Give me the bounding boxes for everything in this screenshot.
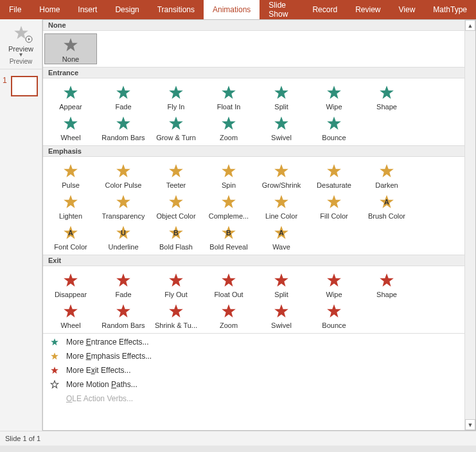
animation-boldflash[interactable]: BBold Flash (150, 221, 202, 252)
animation-split[interactable]: Split (255, 269, 308, 300)
animation-underline[interactable]: UUnderline (97, 221, 150, 252)
svg-marker-47 (327, 273, 341, 287)
star-icon (378, 84, 396, 102)
gallery-body: NoneNoneEntranceAppearFadeFly InFloat In… (43, 20, 464, 430)
slide-thumbnail[interactable] (11, 76, 38, 96)
scroll-up-icon[interactable]: ▲ (465, 20, 475, 31)
animation-pulse[interactable]: Pulse (44, 159, 97, 190)
star-icon: B (167, 224, 185, 242)
preview-star-icon (12, 23, 31, 42)
preview-group[interactable]: Preview ▾ Preview (0, 19, 42, 69)
star-icon (325, 302, 343, 320)
svg-marker-24 (64, 195, 78, 208)
animation-flyout[interactable]: Fly Out (150, 269, 202, 300)
more-motion[interactable]: More Motion Paths... (43, 377, 464, 392)
animation-bounce[interactable]: Bounce (308, 300, 360, 330)
svg-marker-8 (274, 86, 288, 99)
animation-growshrink[interactable]: Grow/Shrink (255, 159, 308, 190)
star-icon (167, 162, 185, 180)
star-icon (167, 271, 185, 289)
tab-home[interactable]: Home (30, 0, 69, 19)
animation-label: Darken (375, 181, 398, 189)
star-icon (62, 36, 80, 54)
animation-randombars[interactable]: Random Bars (97, 112, 150, 143)
animation-spin[interactable]: Spin (202, 159, 255, 190)
animation-colorpulse[interactable]: Color Pulse (97, 159, 150, 190)
tab-file[interactable]: File (0, 0, 30, 19)
animation-fade[interactable]: Fade (97, 81, 150, 112)
svg-marker-19 (169, 164, 183, 177)
animation-linecolor[interactable]: Line Color (255, 190, 308, 221)
star-icon (49, 393, 60, 404)
preview-section-label: Preview (10, 57, 33, 68)
animation-bounce[interactable]: Bounce (308, 112, 360, 143)
star-icon: A (378, 193, 396, 211)
star-icon (378, 271, 396, 289)
animation-shape[interactable]: Shape (360, 81, 413, 112)
animation-wave[interactable]: AWave (255, 221, 308, 252)
animation-darken[interactable]: Darken (360, 159, 413, 190)
tab-record[interactable]: Record (303, 0, 346, 19)
svg-marker-58 (51, 381, 58, 388)
more-exit[interactable]: More Exit Effects... (43, 363, 464, 377)
animation-appear[interactable]: Appear (44, 81, 97, 112)
animation-swivel[interactable]: Swivel (255, 112, 308, 143)
svg-marker-14 (222, 116, 236, 130)
animation-swivel[interactable]: Swivel (255, 300, 308, 330)
tab-view[interactable]: View (390, 0, 425, 19)
animation-wheel[interactable]: Wheel (44, 300, 97, 330)
svg-marker-51 (169, 304, 183, 318)
animation-label: Teeter (166, 181, 186, 189)
animation-disappear[interactable]: Disappear (44, 269, 97, 300)
animation-wheel[interactable]: Wheel (44, 112, 97, 143)
scrollbar[interactable]: ▲ ▼ (464, 20, 475, 430)
animation-flyin[interactable]: Fly In (150, 81, 202, 112)
animation-fillcolor[interactable]: Fill Color (308, 190, 360, 221)
tab-review[interactable]: Review (346, 0, 389, 19)
scroll-down-icon[interactable]: ▼ (465, 419, 475, 430)
animation-label: Spin (222, 181, 236, 189)
tab-animations[interactable]: Animations (204, 0, 260, 19)
animation-wipe[interactable]: Wipe (308, 81, 360, 112)
animation-wipe[interactable]: Wipe (308, 269, 360, 300)
animation-zoom[interactable]: Zoom (202, 112, 255, 143)
status-bar: Slide 1 of 1 (0, 431, 476, 446)
animation-desaturate[interactable]: Desaturate (308, 159, 360, 190)
star-icon: A (272, 224, 290, 242)
tab-insert[interactable]: Insert (69, 0, 106, 19)
animation-shrinkturn[interactable]: Shrink & Tu... (150, 300, 202, 330)
tab-design[interactable]: Design (106, 0, 148, 19)
animation-label: Lighten (59, 212, 82, 220)
tab-transitions[interactable]: Transitions (148, 0, 204, 19)
more-entrance[interactable]: More Entrance Effects... (43, 335, 464, 349)
animation-floatin[interactable]: Float In (202, 81, 255, 112)
star-icon (378, 162, 396, 180)
more-item-label: More Motion Paths... (66, 380, 137, 389)
star-icon (325, 271, 343, 289)
animation-lighten[interactable]: Lighten (44, 190, 97, 221)
animation-complementary[interactable]: Compleme... (202, 190, 255, 221)
animation-growturn[interactable]: Grow & Turn (150, 112, 202, 143)
more-emphasis[interactable]: More Emphasis Effects... (43, 349, 464, 363)
animation-brushcolor[interactable]: ABrush Color (360, 190, 413, 221)
animation-none[interactable]: None (44, 33, 97, 64)
animation-fade[interactable]: Fade (97, 269, 150, 300)
animation-transparency[interactable]: Transparency (97, 190, 150, 221)
category-grid-entrance: AppearFadeFly InFloat InSplitWipeShapeWh… (43, 78, 464, 145)
star-icon (167, 302, 185, 320)
star-icon (220, 162, 238, 180)
animation-objectcolor[interactable]: Object Color (150, 190, 202, 221)
animation-teeter[interactable]: Teeter (150, 159, 202, 190)
animation-shape[interactable]: Shape (360, 269, 413, 300)
animation-floatout[interactable]: Float Out (202, 269, 255, 300)
slide-number: 1 (3, 76, 7, 85)
tab-slide-show[interactable]: Slide Show (260, 0, 303, 19)
animation-label: Bounce (322, 134, 346, 141)
tab-mathtype[interactable]: MathType (424, 0, 476, 19)
animation-randombars[interactable]: Random Bars (97, 300, 150, 330)
animation-fontcolor[interactable]: AFont Color (44, 221, 97, 252)
animation-boldreveal[interactable]: BBold Reveal (202, 221, 255, 252)
svg-marker-6 (169, 86, 183, 99)
animation-zoom[interactable]: Zoom (202, 300, 255, 330)
animation-split[interactable]: Split (255, 81, 308, 112)
